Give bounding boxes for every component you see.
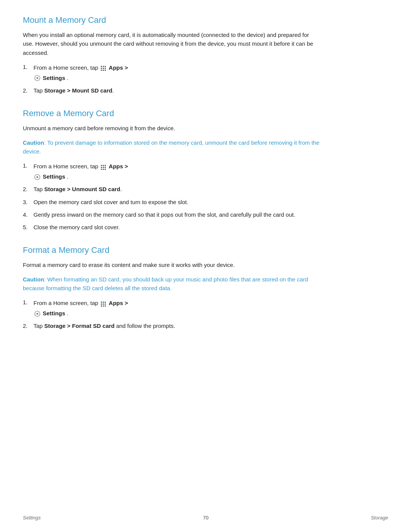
svg-rect-27 [105,169,106,170]
remove-steps: 1. From a Home screen, tap [23,161,320,232]
settings-gear-icon [34,174,40,180]
svg-point-30 [37,174,38,175]
svg-rect-45 [103,305,104,307]
svg-rect-4 [103,68,104,69]
caution-text: : To prevent damage to information store… [23,139,319,155]
svg-point-32 [35,177,35,177]
step-text: Gently press inward on the memory card s… [33,211,295,218]
apps-grid-icon [100,163,107,169]
step-content: Tap Storage > Unmount SD card. [33,185,320,193]
caution-label: Caution [23,139,44,146]
svg-point-17 [39,76,40,77]
svg-rect-38 [101,302,102,303]
caution-label: Caution [23,276,44,283]
footer-right: Storage [371,515,388,521]
mount-steps: 1. From a Home screen, tap [23,62,320,95]
format-intro: Format a memory card to erase its conten… [23,260,320,269]
footer-left: Settings [23,515,41,521]
settings-label: Settings [41,309,65,318]
svg-point-54 [39,315,40,316]
svg-rect-23 [103,167,104,168]
apps-grid-icon [100,64,107,70]
bold-command: Storage > Unmount SD card [44,186,120,192]
svg-point-48 [37,313,38,315]
svg-point-50 [37,316,38,316]
svg-rect-22 [101,167,102,168]
svg-point-51 [35,313,35,314]
section-format: Format a Memory Card Format a memory car… [23,245,320,330]
svg-rect-21 [105,165,106,166]
step-num: 2. [23,321,33,330]
step-text-before: From a Home screen, tap [33,161,100,171]
step-text-before: From a Home screen, tap [33,62,100,73]
svg-rect-7 [103,70,104,71]
step-num: 1. [23,161,33,170]
svg-point-11 [37,75,38,76]
bold-command: Storage > Mount SD card [44,87,112,94]
svg-rect-20 [103,165,104,166]
svg-point-29 [37,176,38,178]
footer-page-number: 70 [203,515,208,521]
svg-point-18 [35,80,36,80]
apps-grid-icon [100,300,107,306]
step-icon-line: From a Home screen, tap [33,161,320,171]
step-icon-line: From a Home screen, tap [33,62,320,73]
step-icon-line: From a Home screen, tap [33,298,320,308]
step-text: Tap Storage > Mount SD card. [33,87,114,94]
step-num: 4. [23,210,33,219]
svg-rect-46 [105,305,106,307]
apps-label: Apps > [107,62,128,73]
svg-rect-0 [101,66,102,67]
settings-gear-icon [34,310,40,316]
svg-rect-1 [103,66,104,67]
step-period: . [65,73,68,82]
step-period: . [65,172,68,181]
step-text: Open the memory card slot cover and turn… [33,199,188,205]
settings-label: Settings [41,73,65,82]
remove-step-2: 2. Tap Storage > Unmount SD card. [23,185,320,193]
settings-gear-icon [34,75,40,81]
format-caution: Caution: When formatting an SD card, you… [23,275,320,293]
svg-rect-41 [101,304,102,305]
settings-line: Settings . [33,73,320,82]
settings-line: Settings . [33,309,320,318]
step-text: Tap Storage > Format SD card and follow … [33,323,175,329]
svg-point-14 [40,78,40,78]
svg-point-55 [39,312,40,312]
apps-label: Apps > [107,298,128,308]
svg-rect-44 [101,305,102,307]
svg-rect-42 [103,304,104,305]
svg-rect-26 [103,169,104,170]
svg-point-12 [37,80,38,81]
step-num: 2. [23,86,33,95]
page-content: Mount a Memory Card When you install an … [0,0,342,375]
svg-rect-3 [101,68,102,69]
svg-rect-8 [105,70,106,71]
section-title-mount: Mount a Memory Card [23,15,320,25]
step-period: . [65,309,68,318]
svg-point-33 [40,177,40,177]
svg-point-36 [39,175,40,176]
svg-rect-2 [105,66,106,67]
svg-rect-39 [103,302,104,303]
svg-rect-25 [101,169,102,170]
svg-point-10 [37,77,38,79]
svg-point-13 [35,78,35,78]
step-content: Gently press inward on the memory card s… [33,210,320,219]
step-content: Open the memory card slot cover and turn… [33,198,320,206]
settings-label: Settings [41,172,65,181]
page-footer: Settings 70 Storage [0,515,411,521]
step-content: Tap Storage > Format SD card and follow … [33,321,320,330]
remove-step-1: 1. From a Home screen, tap [23,161,320,181]
svg-point-56 [35,315,36,316]
step-content: From a Home screen, tap [33,62,320,82]
svg-point-35 [39,178,40,179]
step-text: Close the memory card slot cover. [33,224,120,230]
svg-rect-19 [101,165,102,166]
section-title-remove: Remove a Memory Card [23,109,320,118]
svg-point-49 [37,311,38,312]
step-num: 5. [23,223,33,232]
bold-command: Storage > Format SD card [44,323,115,329]
section-remove: Remove a Memory Card Unmount a memory ca… [23,109,320,232]
svg-rect-6 [101,70,102,71]
